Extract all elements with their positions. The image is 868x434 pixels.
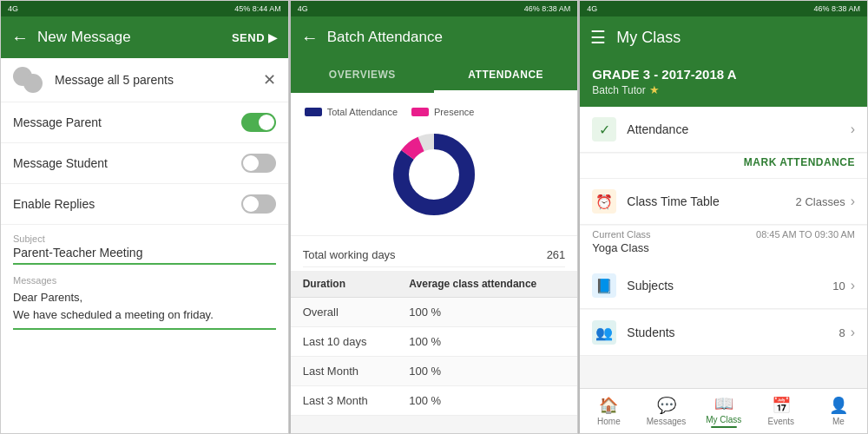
nav-me[interactable]: 👤 Me [810,389,867,433]
batch-tutor-label: Batch Tutor [592,84,645,96]
legend-label-total: Total Attendance [327,107,398,117]
chevron-students: › [851,325,855,340]
batch-tutor: Batch Tutor ★ [592,83,855,96]
menu-item-students[interactable]: 👥 Students 8 › [580,310,867,356]
message-all-text: Message all 5 parents [55,73,263,87]
toggle-section: Message Parent Message Student Enable Re… [1,102,288,225]
status-right-2: 46% 8:38 AM [524,4,571,13]
subject-input[interactable]: Parent-Teacher Meeting [13,246,276,265]
messages-label: Messages [13,275,276,286]
tabs-bar: OVERVIEWS ATTENDANCE [291,58,578,93]
toggle-row-message-student: Message Student [1,143,288,184]
avg-cell: 100 % [397,327,577,357]
col-header-duration: Duration [291,271,398,298]
back-button-1[interactable]: ← [11,28,29,48]
avg-cell: 100 % [397,386,577,416]
close-button[interactable]: ✕ [263,70,276,89]
legend-presence: Presence [411,107,474,117]
status-bar-3: 4G 46% 8:38 AM [580,1,867,16]
timetable-label: Class Time Table [627,194,795,208]
home-icon: 🏠 [599,396,618,415]
back-button-2[interactable]: ← [301,28,319,48]
bottom-nav: 🏠 Home 💬 Messages 📖 My Class 📅 Events 👤 … [580,388,867,433]
header-new-message: ← New Message SEND ▶ [1,16,288,58]
chart-section: Total Attendance Presence [291,93,578,235]
toggle-label-enable-replies: Enable Replies [13,197,241,211]
table-row: Last 10 days100 % [291,327,578,357]
toggle-enable-replies[interactable] [241,194,276,214]
current-class-time: 08:45 AM TO 09:30 AM [756,229,855,240]
toggle-knob-1 [259,115,274,130]
attendance-icon: ✓ [592,117,616,141]
status-bar-2: 4G 46% 8:38 AM [291,1,578,16]
message-textarea[interactable]: Dear Parents, We have scheduled a meetin… [13,289,276,330]
students-label: Students [627,326,838,339]
donut-chart [391,131,477,218]
class-content: ✓ Attendance › MARK ATTENDANCE ⏰ Class T… [580,107,867,388]
legend-dot-presence [411,108,429,116]
stats-section: Total working days 261 [291,235,578,271]
toggle-row-enable-replies: Enable Replies [1,184,288,225]
col-header-avg: Average class attendance [397,271,577,298]
message-all-row: Message all 5 parents ✕ [1,58,288,102]
students-icon: 👥 [592,320,616,345]
nav-my-class[interactable]: 📖 My Class [695,389,753,433]
subjects-label: Subjects [627,279,832,293]
page-title-2: Batch Attendance [327,29,568,46]
panel-new-message: 4G 45% 8:44 AM ← New Message SEND ▶ Mess… [0,0,289,434]
current-class-label: Current Class [592,229,650,240]
send-button[interactable]: SEND ▶ [232,31,278,44]
hamburger-icon[interactable]: ☰ [590,27,606,48]
subjects-icon: 📘 [592,273,616,298]
toggle-label-message-student: Message Student [13,156,241,170]
nav-messages[interactable]: 💬 Messages [637,389,694,433]
page-title-3: My Class [616,29,681,47]
tab-overviews[interactable]: OVERVIEWS [291,58,434,93]
students-badge: 8 [838,326,845,339]
chevron-subjects: › [851,278,855,293]
subject-section: Subject Parent-Teacher Meeting Messages … [1,225,288,339]
grade-title: GRADE 3 - 2017-2018 A [592,67,855,82]
status-left-3: 4G [587,4,597,13]
page-title-1: New Message [37,29,232,46]
total-working-label: Total working days [303,248,396,261]
star-icon: ★ [649,83,660,96]
menu-item-subjects[interactable]: 📘 Subjects 10 › [580,263,867,309]
header-batch-attendance: ← Batch Attendance [291,16,578,58]
timetable-badge: 2 Classes [796,195,845,208]
toggle-row-message-parent: Message Parent [1,102,288,143]
menu-item-attendance[interactable]: ✓ Attendance › [580,107,867,153]
subject-label: Subject [13,233,276,244]
toggle-message-student[interactable] [241,154,276,173]
status-bar-1: 4G 45% 8:44 AM [1,1,288,16]
new-message-content: Message all 5 parents ✕ Message Parent M… [1,58,288,433]
timetable-icon: ⏰ [592,189,616,214]
toggle-label-message-parent: Message Parent [13,115,241,129]
chevron-timetable: › [851,194,855,209]
chevron-attendance: › [851,122,855,137]
tab-attendance[interactable]: ATTENDANCE [434,58,577,93]
menu-item-timetable[interactable]: ⏰ Class Time Table 2 Classes › [580,179,867,225]
table-row: Overall100 % [291,298,578,327]
duration-cell: Last 10 days [291,327,398,357]
nav-me-label: Me [832,417,845,426]
header-my-class: ☰ My Class [580,16,867,58]
status-right-3: 46% 8:38 AM [813,4,860,13]
mark-attendance-button[interactable]: MARK ATTENDANCE [744,156,855,168]
my-class-icon: 📖 [714,394,733,413]
nav-home[interactable]: 🏠 Home [580,389,637,433]
nav-messages-label: Messages [647,417,687,426]
attendance-table: Duration Average class attendance Overal… [291,271,578,416]
legend-label-presence: Presence [434,107,474,117]
messages-icon: 💬 [657,396,676,415]
toggle-knob-2 [243,155,259,171]
toggle-message-parent[interactable] [241,113,276,132]
events-icon: 📅 [772,396,791,415]
nav-events[interactable]: 📅 Events [753,389,810,433]
nav-active-underline [711,426,737,428]
nav-events-label: Events [768,417,795,426]
avg-cell: 100 % [397,298,577,327]
nav-my-class-label: My Class [706,415,741,424]
attendance-label: Attendance [627,122,850,136]
svg-point-3 [411,152,457,197]
